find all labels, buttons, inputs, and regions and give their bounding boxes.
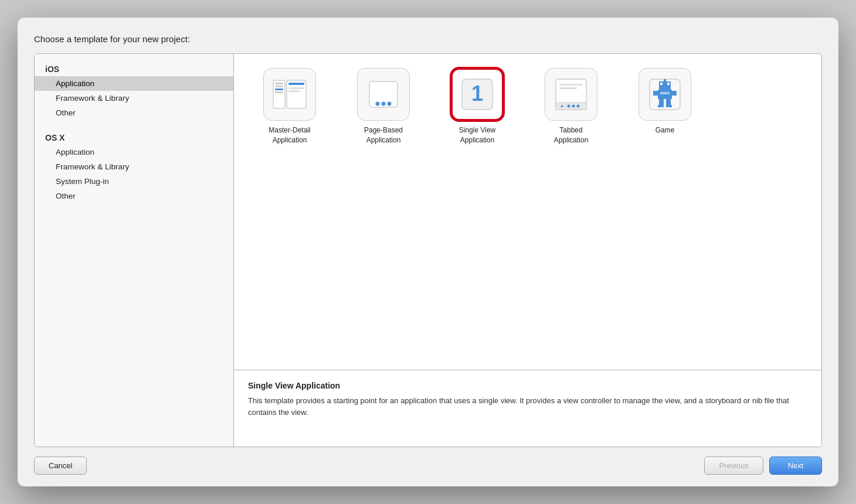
- sidebar-item-osx-framework[interactable]: Framework & Library: [35, 159, 233, 174]
- svg-point-12: [388, 102, 392, 106]
- sidebar-section-ios: iOS: [35, 60, 233, 76]
- description-title: Single View Application: [248, 381, 807, 390]
- template-single-view-label: Single ViewApplication: [459, 125, 495, 145]
- next-button[interactable]: Next: [769, 457, 822, 475]
- svg-rect-22: [559, 84, 583, 86]
- main-content: iOS Application Framework & Library Othe…: [34, 53, 822, 447]
- svg-rect-34: [666, 105, 672, 107]
- template-master-detail-icon-wrapper: [263, 68, 316, 121]
- template-page-based[interactable]: Page-BasedApplication: [345, 68, 422, 145]
- svg-rect-4: [275, 86, 283, 87]
- svg-text:★: ★: [560, 104, 564, 109]
- sidebar-section-osx: OS X: [35, 128, 233, 145]
- template-single-view[interactable]: 1 Single ViewApplication: [439, 68, 515, 145]
- master-detail-icon: [271, 76, 308, 113]
- content-area: Master-DetailApplication Page-BasedAppli…: [234, 54, 821, 447]
- new-project-dialog: Choose a template for your new project: …: [18, 18, 838, 486]
- description-panel: Single View Application This template pr…: [234, 370, 821, 447]
- sidebar-item-ios-framework[interactable]: Framework & Library: [35, 91, 233, 105]
- dialog-title: Choose a template for your new project:: [34, 34, 822, 44]
- sidebar-item-osx-application[interactable]: Application: [35, 145, 233, 159]
- navigation-buttons: Previous Next: [704, 457, 822, 475]
- template-single-view-icon-wrapper: 1: [451, 68, 504, 121]
- template-game-icon-wrapper: [638, 68, 691, 121]
- template-page-based-label: Page-BasedApplication: [364, 125, 403, 145]
- svg-rect-29: [653, 91, 658, 96]
- previous-button[interactable]: Previous: [704, 457, 763, 475]
- sidebar-item-ios-other[interactable]: Other: [35, 105, 233, 120]
- svg-rect-6: [288, 83, 304, 85]
- svg-point-19: [568, 105, 570, 108]
- template-game-label: Game: [655, 125, 675, 135]
- svg-rect-36: [660, 92, 670, 94]
- svg-rect-31: [659, 99, 664, 105]
- svg-rect-7: [288, 87, 304, 89]
- template-tabbed-icon-wrapper: ★: [545, 68, 597, 121]
- svg-rect-32: [666, 99, 671, 105]
- tabbed-icon: ★: [552, 76, 590, 113]
- svg-rect-27: [667, 83, 670, 85]
- description-text: This template provides a starting point …: [248, 395, 807, 418]
- svg-text:1: 1: [471, 81, 483, 105]
- svg-rect-2: [275, 88, 283, 90]
- template-game[interactable]: Game: [627, 68, 703, 145]
- svg-point-21: [577, 105, 580, 108]
- cancel-button[interactable]: Cancel: [34, 457, 87, 475]
- svg-rect-5: [275, 91, 283, 93]
- sidebar: iOS Application Framework & Library Othe…: [35, 54, 234, 447]
- single-view-icon: 1: [458, 76, 496, 113]
- svg-rect-26: [660, 83, 663, 85]
- svg-point-10: [376, 102, 380, 106]
- sidebar-item-osx-plugin[interactable]: System Plug-in: [35, 174, 233, 189]
- sidebar-item-ios-application[interactable]: Application: [35, 76, 233, 91]
- svg-rect-0: [273, 80, 285, 108]
- page-based-icon: [365, 76, 402, 113]
- template-tabbed-label: TabbedApplication: [554, 125, 589, 145]
- svg-point-11: [382, 102, 386, 106]
- svg-rect-30: [672, 91, 677, 96]
- svg-rect-3: [275, 83, 283, 84]
- template-page-based-icon-wrapper: [357, 68, 410, 121]
- svg-rect-8: [288, 90, 300, 92]
- svg-rect-35: [664, 79, 666, 81]
- svg-rect-33: [658, 105, 664, 107]
- template-grid: Master-DetailApplication Page-BasedAppli…: [234, 54, 821, 370]
- template-master-detail[interactable]: Master-DetailApplication: [252, 68, 328, 145]
- game-icon: [646, 76, 684, 113]
- svg-rect-23: [559, 87, 577, 89]
- sidebar-item-osx-other[interactable]: Other: [35, 189, 233, 203]
- svg-point-20: [572, 105, 575, 108]
- template-master-detail-label: Master-DetailApplication: [269, 125, 310, 145]
- template-tabbed[interactable]: ★ TabbedApplication: [533, 68, 609, 145]
- footer: Cancel Previous Next: [34, 457, 822, 475]
